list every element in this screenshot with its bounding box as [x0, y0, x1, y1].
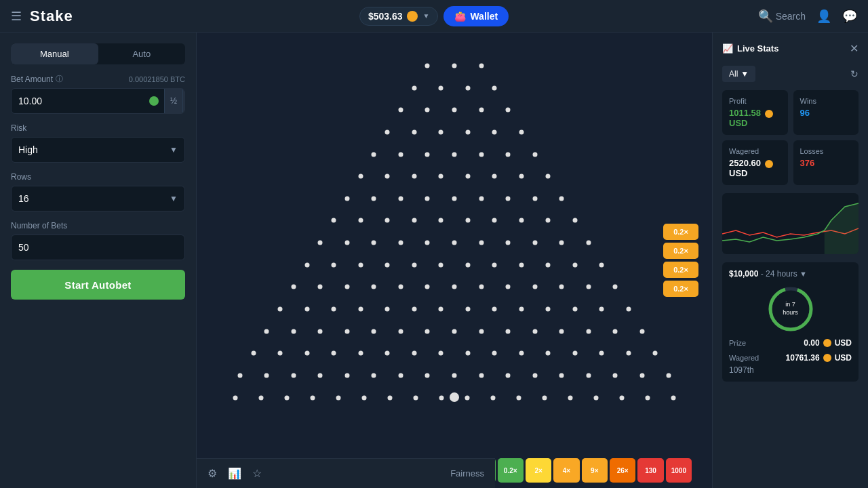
- chevron-down-icon[interactable]: ▼: [800, 270, 807, 278]
- start-autobet-button[interactable]: Start Autobet: [11, 270, 185, 300]
- peg: [465, 307, 470, 312]
- peg: [506, 329, 511, 333]
- peg: [358, 218, 363, 223]
- peg: [398, 373, 403, 378]
- peg: [465, 129, 470, 134]
- rank-text: 1097th: [729, 365, 852, 375]
- peg: [385, 129, 390, 134]
- bet-amount-hint: 0.00021850 BTC: [129, 75, 185, 83]
- peg: [452, 241, 457, 245]
- peg: [546, 351, 551, 356]
- peg: [398, 196, 403, 201]
- bet-amount-input[interactable]: [12, 96, 144, 106]
- chat-button[interactable]: 💬: [842, 9, 857, 24]
- wager-value: 10761.36 USD: [786, 353, 852, 363]
- balance-badge[interactable]: $503.63 ▼: [359, 7, 439, 26]
- peg: [559, 373, 564, 378]
- peg: [542, 395, 547, 400]
- peg: [586, 329, 591, 333]
- peg: [412, 218, 416, 223]
- peg: [425, 241, 430, 245]
- peg: [385, 307, 390, 312]
- currency-dot: [149, 96, 159, 106]
- peg: [344, 329, 349, 333]
- peg: [586, 373, 591, 378]
- close-button[interactable]: ✕: [850, 42, 859, 55]
- peg: [613, 329, 618, 333]
- peg: [667, 373, 671, 378]
- peg: [599, 351, 604, 356]
- peg: [398, 285, 403, 289]
- wallet-button[interactable]: 👛 Wallet: [443, 6, 509, 26]
- risk-select[interactable]: High ▼: [11, 137, 185, 163]
- peg: [344, 241, 349, 245]
- chevron-down-icon: ▼: [170, 145, 178, 155]
- bet-amount-label: Bet Amount: [11, 75, 53, 84]
- peg: [586, 285, 591, 289]
- wallet-icon: 👛: [454, 11, 466, 22]
- peg: [439, 395, 444, 400]
- search-icon: 🔍: [758, 9, 773, 24]
- filter-all-button[interactable]: All ▼: [722, 66, 755, 82]
- peg: [532, 152, 537, 157]
- peg: [304, 262, 309, 267]
- peg: [492, 351, 497, 356]
- refresh-icon[interactable]: ↻: [850, 68, 859, 79]
- peg: [546, 262, 551, 267]
- peg: [237, 373, 242, 378]
- peg: [620, 395, 625, 400]
- multiplier-box: 130: [637, 458, 663, 483]
- peg: [572, 351, 577, 356]
- settings-icon[interactable]: ⚙: [208, 467, 217, 480]
- topnav: ☰ Stake $503.63 ▼ 👛 Wallet 🔍 Search 👤 💬: [0, 0, 868, 33]
- peg: [358, 351, 363, 356]
- prize-row: Prize 0.00 USD: [729, 338, 852, 348]
- profile-button[interactable]: 👤: [816, 9, 831, 24]
- chart-area: [722, 193, 859, 254]
- plinko-canvas: 0.2×0.2×0.2×0.2×: [197, 33, 712, 488]
- info-icon[interactable]: ⓘ: [56, 74, 63, 84]
- tab-auto[interactable]: Auto: [98, 43, 186, 64]
- peg: [425, 373, 430, 378]
- search-button[interactable]: 🔍 Search: [758, 9, 806, 24]
- peg: [318, 285, 323, 289]
- multiplier-box: 9×: [582, 458, 608, 483]
- peg: [492, 218, 497, 223]
- peg: [318, 329, 323, 333]
- peg: [517, 395, 521, 400]
- rows-value: 16: [18, 193, 29, 204]
- left-panel: Manual Auto Bet Amount ⓘ 0.00021850 BTC …: [0, 33, 197, 488]
- peg: [506, 241, 511, 245]
- peg: [506, 108, 511, 113]
- stats-icon[interactable]: 📊: [228, 467, 241, 480]
- num-bets-input[interactable]: [11, 235, 185, 260]
- tab-manual[interactable]: Manual: [11, 43, 98, 64]
- double-button[interactable]: 2×: [182, 89, 185, 113]
- hamburger-icon[interactable]: ☰: [11, 9, 22, 24]
- profit-label: Profit: [729, 97, 781, 105]
- live-stats-icon: 📈: [722, 43, 733, 54]
- peg: [425, 152, 430, 157]
- peg: [479, 329, 484, 333]
- peg: [519, 351, 524, 356]
- rows-select[interactable]: 16 ▼: [11, 186, 185, 211]
- peg: [318, 241, 323, 245]
- peg: [412, 85, 416, 90]
- peg: [452, 196, 457, 201]
- peg: [439, 307, 443, 312]
- coin-icon: [823, 339, 831, 347]
- peg: [479, 63, 484, 68]
- half-button[interactable]: ½: [164, 89, 182, 113]
- peg: [646, 395, 650, 400]
- star-icon[interactable]: ☆: [252, 467, 262, 480]
- peg: [613, 285, 618, 289]
- multiplier-box: 0.2×: [498, 458, 524, 483]
- peg: [412, 307, 416, 312]
- peg: [344, 196, 349, 201]
- fairness-button[interactable]: Fairness: [450, 468, 484, 479]
- coin-icon: [823, 354, 831, 362]
- peg: [452, 373, 457, 378]
- peg: [285, 395, 290, 400]
- chevron-down-icon: ▼: [170, 194, 178, 203]
- peg: [362, 395, 367, 400]
